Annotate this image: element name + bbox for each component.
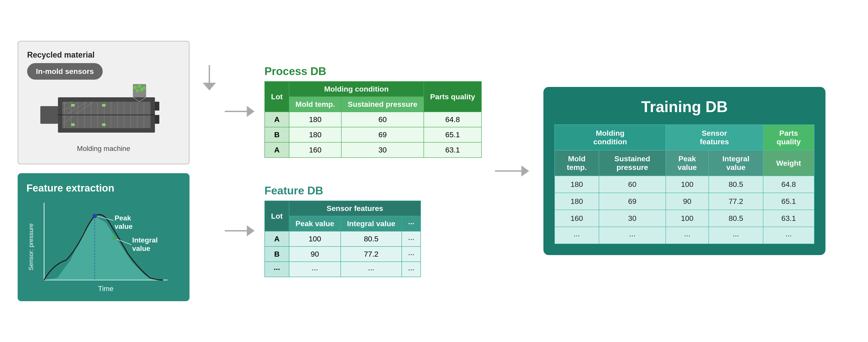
process-mold-temp-header: Mold temp.	[289, 97, 341, 112]
right-column: Training DB Moldingcondition Sensorfeatu…	[544, 87, 826, 255]
feature-row3-integral: ···	[341, 262, 402, 277]
svg-point-27	[136, 89, 139, 92]
training-row4-weight: ···	[763, 227, 814, 244]
process-db-table: Lot Molding condition Parts quality Mold…	[265, 81, 482, 158]
training-integral-header: Integralvalue	[709, 150, 763, 176]
svg-rect-31	[155, 115, 159, 124]
svg-marker-56	[521, 166, 529, 176]
feature-db-section: Feature DB Lot Sensor features Peak valu…	[225, 184, 482, 277]
process-row1-weight: 64.8	[424, 112, 482, 127]
training-row4-temp: ···	[555, 227, 599, 244]
feature-db-block: Feature DB Lot Sensor features Peak valu…	[265, 184, 421, 277]
process-row3-weight: 63.1	[424, 142, 482, 158]
svg-marker-52	[247, 106, 254, 117]
main-container: Recycled material In-mold sensors	[0, 0, 868, 342]
svg-rect-33	[71, 123, 75, 126]
training-row3-peak: 100	[666, 210, 709, 227]
training-row1-pressure: 60	[599, 176, 666, 193]
feature-row2-integral: 77.2	[341, 247, 402, 262]
svg-rect-34	[102, 104, 105, 107]
feature-sensor-header: Sensor features	[289, 201, 421, 216]
right-arrow-process	[225, 103, 256, 120]
machine-diagram	[27, 84, 177, 141]
process-row1-lot: A	[265, 112, 289, 127]
training-db-box: Training DB Moldingcondition Sensorfeatu…	[544, 87, 826, 255]
process-row3-pressure: 30	[341, 142, 424, 158]
feature-extraction-title: Feature extraction	[26, 182, 181, 194]
svg-text:value: value	[132, 245, 150, 252]
training-row2-integral: 77.2	[709, 193, 763, 210]
training-sensor-header: Sensorfeatures	[666, 125, 763, 150]
training-mold-temp-header: Moldtemp.	[555, 150, 599, 176]
training-row2-weight: 65.1	[763, 193, 814, 210]
feature-row2-lot: B	[265, 247, 289, 262]
feature-row1-peak: 100	[289, 231, 341, 247]
feature-row3-peak: ···	[289, 262, 341, 277]
training-db-table: Moldingcondition Sensorfeatures Partsqua…	[554, 124, 814, 244]
training-row2-temp: 180	[555, 193, 599, 210]
process-row3-lot: A	[265, 142, 289, 158]
left-arrows	[198, 28, 220, 314]
training-row2-peak: 90	[666, 193, 709, 210]
svg-text:value: value	[115, 222, 133, 230]
right-arrow-training-container	[495, 162, 530, 180]
feature-row3-lot: ···	[265, 262, 289, 277]
svg-rect-30	[155, 102, 159, 111]
training-row3-weight: 63.1	[763, 210, 814, 227]
feature-row2-peak: 90	[289, 247, 341, 262]
training-row1-weight: 64.8	[763, 176, 814, 193]
svg-point-28	[140, 88, 144, 91]
training-row1-integral: 80.5	[709, 176, 763, 193]
process-row2-temp: 180	[289, 127, 341, 142]
svg-point-25	[138, 85, 141, 88]
svg-text:Sensor: pressure: Sensor: pressure	[28, 223, 34, 270]
feature-peak-header: Peak value	[289, 216, 341, 231]
process-lot-header: Lot	[265, 81, 289, 112]
svg-point-42	[113, 236, 117, 240]
feature-extraction-box: Feature extraction Sensor: pressure Time	[18, 173, 189, 301]
process-quality-header: Parts quality	[424, 81, 482, 112]
svg-marker-50	[203, 83, 216, 90]
svg-rect-32	[71, 104, 75, 107]
training-row4-peak: ···	[666, 227, 709, 244]
process-row2-lot: B	[265, 127, 289, 142]
right-arrow-training	[495, 162, 530, 180]
molding-machine-caption: Molding machine	[27, 144, 180, 153]
feature-chart: Sensor: pressure Time Peak value	[26, 198, 176, 295]
feature-integral-header: Integral value	[341, 216, 402, 231]
training-db-title: Training DB	[554, 98, 814, 116]
feature-row2-ellipsis: ···	[402, 247, 421, 262]
left-column: Recycled material In-mold sensors	[18, 41, 194, 301]
process-row1-pressure: 60	[341, 112, 424, 127]
svg-marker-54	[247, 225, 254, 236]
process-row2-pressure: 69	[341, 127, 424, 142]
training-quality-header: Partsquality	[763, 125, 814, 150]
feature-row1-integral: 80.5	[341, 231, 402, 247]
middle-section: Process DB Lot Molding condition Parts q…	[225, 65, 482, 277]
feature-row1-lot: A	[265, 231, 289, 247]
training-row3-integral: 80.5	[709, 210, 763, 227]
process-db-title: Process DB	[265, 65, 482, 78]
training-molding-header: Moldingcondition	[555, 125, 666, 150]
training-row3-pressure: 30	[599, 210, 666, 227]
training-sustained-header: Sustainedpressure	[599, 150, 666, 176]
right-arrow-feature	[225, 222, 256, 239]
training-row3-temp: 160	[555, 210, 599, 227]
training-row1-temp: 180	[555, 176, 599, 193]
training-row4-pressure: ···	[599, 227, 666, 244]
training-row4-integral: ···	[709, 227, 763, 244]
feature-row1-ellipsis: ···	[402, 231, 421, 247]
training-row2-pressure: 69	[599, 193, 666, 210]
svg-point-41	[93, 214, 97, 218]
svg-point-24	[133, 86, 137, 89]
process-row1-temp: 180	[289, 112, 341, 127]
training-row1-peak: 100	[666, 176, 709, 193]
svg-text:Integral: Integral	[132, 236, 158, 244]
feature-ellipsis-header: ···	[402, 216, 421, 231]
process-db-section: Process DB Lot Molding condition Parts q…	[225, 65, 482, 158]
feature-lot-header: Lot	[265, 201, 289, 231]
svg-text:Time: Time	[98, 285, 114, 292]
in-mold-sensors-label: In-mold sensors	[27, 63, 103, 80]
down-arrow-1	[200, 65, 218, 91]
training-peak-header: Peakvalue	[666, 150, 709, 176]
